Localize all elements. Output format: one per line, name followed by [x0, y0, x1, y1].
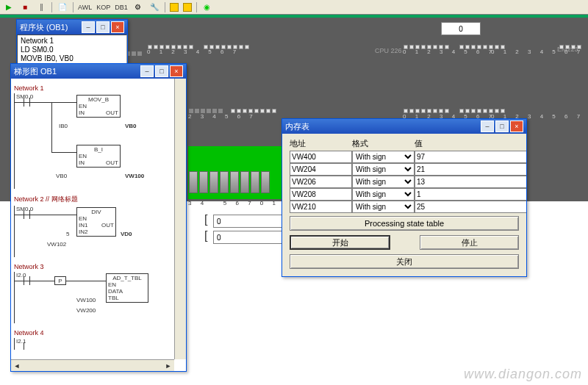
close-dialog-button[interactable]: 关闭	[290, 254, 519, 269]
run-led-icon[interactable]: ◉	[201, 1, 213, 13]
close-button[interactable]: ×	[510, 120, 523, 132]
led-legend: 0 1 2 3 4 5 6 7	[491, 48, 584, 55]
addr-input[interactable]	[290, 188, 352, 201]
value-input[interactable]	[415, 151, 526, 163]
main-toolbar: ▶ ■ ‖ 📄 AWL KOP DB1 ⚙ 🔧 ◉	[0, 0, 588, 15]
stop-button[interactable]: 停止	[420, 235, 519, 250]
memory-table-row: With sign	[290, 151, 519, 163]
format-select[interactable]: With sign	[352, 201, 415, 213]
vertical-scrollbar[interactable]	[174, 79, 186, 359]
pause-icon[interactable]: ‖	[35, 1, 47, 13]
network-title: Network 3	[14, 263, 183, 270]
window-title: 程序块 (OB1)	[20, 22, 68, 33]
memory-table-row: With sign	[290, 201, 519, 213]
memory-table-row: With sign	[290, 188, 519, 201]
settings-icon[interactable]: ⚙	[132, 1, 144, 13]
horizontal-scrollbar[interactable]: ◄►	[11, 359, 174, 371]
memory-table-titlebar[interactable]: 内存表 – □ ×	[282, 119, 526, 134]
value-input[interactable]	[415, 201, 526, 213]
watermark: www.diangon.com	[464, 367, 582, 382]
ladder-titlebar[interactable]: 梯形图 OB1 – □ ×	[11, 64, 186, 79]
cpu-label: CPU 226	[375, 47, 402, 54]
ladder-rung: I2.0 P AD_T_TBL EN DATA TBL VW100 VW200	[14, 272, 183, 323]
minimize-button[interactable]: –	[481, 120, 494, 132]
ladder-rung: I2.1	[14, 338, 183, 350]
block-adt: AD_T_TBL EN DATA TBL	[106, 273, 148, 303]
led-row	[147, 42, 250, 48]
format-select[interactable]: With sign	[352, 151, 415, 163]
run-icon[interactable]: ▶	[3, 1, 15, 13]
format-select[interactable]: With sign	[352, 188, 415, 201]
close-button[interactable]: ×	[170, 65, 183, 77]
window-title: 内存表	[285, 121, 309, 132]
maximize-button[interactable]: □	[495, 120, 509, 132]
bracket-icon: [	[204, 213, 207, 226]
program-block-titlebar[interactable]: 程序块 (OB1) – □ ×	[17, 20, 127, 35]
processing-button[interactable]: Processing state table	[290, 216, 519, 231]
ladder-rung: SM0.0 DIV EN IN1OUT IN2 5 VD0 VW102	[14, 206, 183, 257]
start-button[interactable]: 开始	[290, 235, 390, 250]
toolbar-text-db1[interactable]: DB1	[115, 4, 128, 11]
close-button[interactable]: ×	[111, 21, 124, 33]
block-movb: MOV_B EN INOUT	[76, 95, 121, 118]
led-row	[188, 106, 277, 112]
network-title: Network 4	[14, 329, 183, 337]
addr-input[interactable]	[290, 201, 352, 213]
led-legend: 0 1 2 3 4 5 6 7	[147, 48, 240, 55]
addr-input[interactable]	[290, 151, 352, 163]
led-legend: 2 3 4 5 6 7	[188, 113, 257, 120]
toolbar-text-kop[interactable]: KOP	[96, 4, 110, 11]
window-icon[interactable]	[170, 3, 179, 12]
window-title: 梯形图 OB1	[14, 66, 57, 77]
config-icon[interactable]: 🔧	[148, 1, 160, 13]
window-icon-2[interactable]	[183, 3, 192, 12]
format-select[interactable]: With sign	[352, 176, 415, 188]
minimize-button[interactable]: –	[82, 21, 95, 33]
value-input[interactable]	[415, 163, 526, 176]
toolbar-text-awl[interactable]: AWL	[78, 4, 92, 11]
memory-table-row: With sign	[290, 163, 519, 176]
ladder-rung: SM0.0 MOV_B EN INOUT IB0 VB0 B_I EN INOU…	[14, 93, 183, 189]
value-input[interactable]	[415, 176, 526, 188]
network-title: Network 1	[14, 84, 183, 92]
maximize-button[interactable]: □	[96, 21, 110, 33]
value-input[interactable]	[415, 188, 526, 201]
block-div: DIV EN IN1OUT IN2	[76, 207, 116, 237]
plc-value-display: 0	[441, 22, 481, 35]
memory-table-dialog: 内存表 – □ × 地址 格式 值 With signWith signWith…	[282, 118, 527, 277]
led-row	[403, 106, 506, 112]
addr-input[interactable]	[290, 163, 352, 176]
minimize-button[interactable]: –	[140, 65, 154, 77]
terminal-block	[188, 146, 284, 199]
led-row	[559, 42, 582, 48]
tool-icon[interactable]: 📄	[57, 1, 68, 13]
memory-table-header: 地址 格式 值	[290, 138, 519, 149]
led-legend: 0 1 2 3 4 5 6 7	[403, 48, 495, 55]
format-select[interactable]: With sign	[352, 163, 415, 176]
ladder-diagram-window: 梯形图 OB1 – □ × Network 1 SM0.0 MOV_B EN I…	[10, 63, 187, 372]
bracket-icon: [	[204, 229, 207, 242]
block-bi: B_I EN INOUT	[76, 145, 121, 168]
memory-table-row: With sign	[290, 176, 519, 188]
network-title: Network 2 // 网络标题	[14, 195, 183, 204]
addr-input[interactable]	[290, 176, 352, 188]
stop-icon[interactable]: ■	[19, 1, 31, 13]
led-row	[403, 42, 506, 48]
maximize-button[interactable]: □	[155, 65, 168, 77]
edge-p: P	[54, 276, 66, 285]
